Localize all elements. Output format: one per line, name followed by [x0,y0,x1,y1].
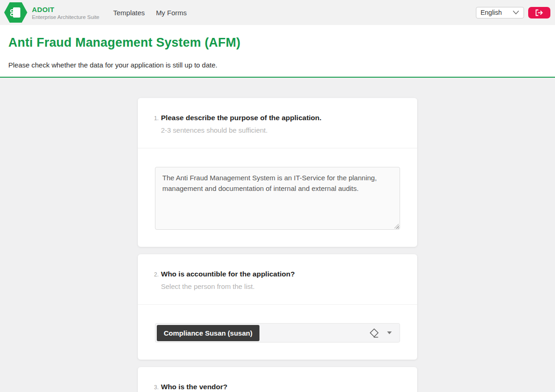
language-value: English [481,9,502,16]
textarea-wrapper: The Anti Fraud Management System is an I… [155,167,400,230]
person-select[interactable]: Compliance Susan (susan) [155,323,400,343]
question-text: Please describe the purpose of the appli… [161,114,321,122]
nav-item-my-forms[interactable]: My Forms [156,9,187,17]
question-card-purpose: 1. Please describe the purpose of the ap… [138,98,417,247]
question-header: 3. Who is the vendor? [138,367,417,392]
question-text: Who is accountible for the application? [161,270,295,278]
question-number: 1. [154,115,161,122]
purpose-answer-textarea[interactable]: The Anti Fraud Management System is an I… [155,167,400,230]
question-body: The Anti Fraud Management System is an I… [138,148,417,247]
question-card-vendor: 3. Who is the vendor? [138,367,417,392]
question-header: 1. Please describe the purpose of the ap… [138,98,417,148]
question-hint: 2-3 sentences should be sufficient. [161,126,400,134]
logout-button[interactable] [528,7,550,18]
nav-item-templates[interactable]: Templates [113,9,145,17]
clear-selection-button[interactable] [369,328,380,338]
top-navbar: ADOIT Enterprise Architecture Suite Temp… [0,0,555,25]
chevron-down-icon [512,10,519,15]
question-text: Who is the vendor? [161,383,228,391]
language-select[interactable]: English [476,7,524,18]
page-header: Anti Fraud Management System (AFM) Pleas… [0,25,555,77]
form-area: 1. Please describe the purpose of the ap… [0,78,555,392]
selected-person-tag[interactable]: Compliance Susan (susan) [157,325,259,341]
question-hint: Select the person from the list. [161,282,400,290]
main-nav: Templates My Forms [113,9,187,17]
question-body: Compliance Susan (susan) [138,305,417,360]
question-card-accountable: 2. Who is accountible for the applicatio… [138,254,417,360]
brand-tagline: Enterprise Architecture Suite [32,14,99,20]
select-actions [369,328,398,338]
brand-name: ADOIT [32,6,99,13]
brand-text: ADOIT Enterprise Architecture Suite [32,6,99,20]
page-subtitle: Please check whether the data for your a… [8,61,547,69]
logout-icon [534,9,544,16]
question-number: 2. [154,271,161,278]
question-number: 3. [154,384,161,391]
eraser-icon [369,328,380,338]
caret-down-icon[interactable] [387,331,392,334]
question-header: 2. Who is accountible for the applicatio… [138,254,417,305]
brand-logo[interactable]: ADOIT Enterprise Architecture Suite [4,2,99,23]
page-title: Anti Fraud Management System (AFM) [8,36,547,50]
navbar-right: English [476,7,550,18]
adoit-logo-icon [4,2,28,23]
